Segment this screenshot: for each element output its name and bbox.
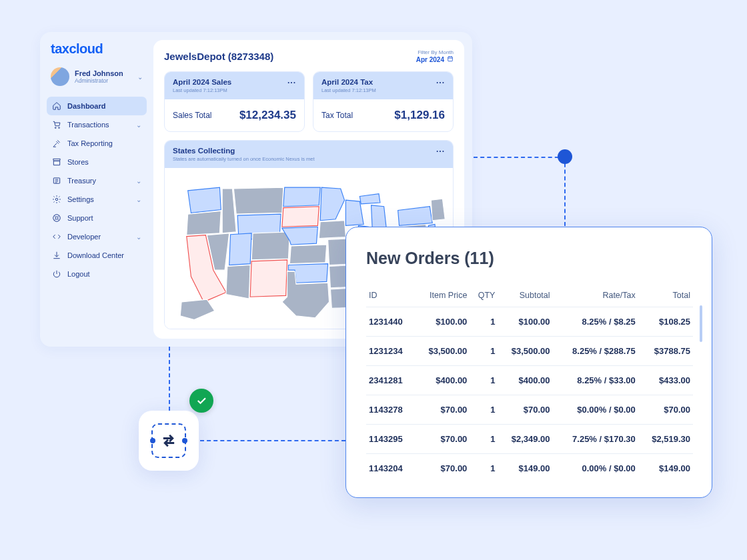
col-rate: Rate/Tax (553, 285, 638, 307)
sidebar-item-developer[interactable]: Developer ⌄ (47, 227, 147, 246)
sidebar-item-settings[interactable]: Settings ⌄ (47, 190, 147, 209)
sales-card-title: April 2024 Sales (173, 78, 231, 86)
cell-price: $70.00 (415, 454, 470, 483)
col-qty: QTY (470, 285, 498, 307)
svg-marker-19 (282, 207, 319, 227)
svg-marker-8 (187, 211, 221, 235)
cell-price: $400.00 (415, 366, 470, 395)
cell-subtotal: $70.00 (498, 395, 552, 425)
cell-subtotal: $400.00 (498, 366, 552, 395)
cell-qty: 1 (470, 454, 498, 483)
cell-subtotal: $2,349.00 (498, 425, 552, 454)
sidebar-item-support[interactable]: Support (47, 209, 147, 227)
home-icon (52, 101, 61, 111)
tax-card-title: April 2024 Tax (321, 78, 376, 86)
cell-total: $149.00 (638, 454, 693, 483)
cell-rate: 0.00% / $0.00 (553, 454, 638, 483)
cell-id: 1231440 (366, 307, 415, 337)
cell-id: 1231234 (366, 337, 415, 366)
scrollbar[interactable] (700, 305, 702, 342)
chevron-down-icon: ⌄ (136, 121, 141, 129)
tax-total-label: Tax Total (321, 111, 353, 120)
sidebar-item-stores[interactable]: Stores (47, 153, 147, 171)
orders-title: New Orders (11) (366, 249, 693, 268)
sidebar-item-label: Treasury (67, 177, 96, 185)
table-row[interactable]: 2341281$400.001$400.008.25% / $33.00$433… (366, 366, 693, 395)
map-card-sub: States are automatically turned on once … (173, 156, 315, 162)
success-check-icon (189, 389, 213, 413)
sidebar-item-label: Stores (67, 158, 89, 166)
sidebar-item-label: Logout (67, 270, 90, 278)
gear-icon (52, 195, 61, 204)
cart-icon (52, 120, 61, 129)
sync-icon (151, 423, 186, 458)
svg-marker-49 (180, 299, 215, 320)
brand-logo: taxcloud (47, 41, 147, 63)
entity-title: JewelsDepot (8273348) (164, 51, 273, 62)
svg-marker-24 (320, 187, 344, 221)
profile-menu[interactable]: Fred Johnson Administrator ⌄ (47, 63, 147, 90)
sidebar-item-label: Transactions (67, 121, 109, 129)
cell-price: $70.00 (415, 395, 470, 425)
cell-price: $70.00 (415, 425, 470, 454)
sidebar-item-treasury[interactable]: Treasury ⌄ (47, 171, 147, 190)
connector-line (564, 157, 566, 226)
table-row[interactable]: 1231234$3,500.001$3,500.008.25% / $288.7… (366, 337, 693, 366)
cell-total: $70.00 (638, 395, 693, 425)
col-id: ID (366, 285, 415, 307)
col-price: Item Price (415, 285, 470, 307)
sidebar-item-download-center[interactable]: Download Center (47, 246, 147, 265)
tax-total-value: $1,129.16 (394, 109, 445, 122)
sidebar-item-logout[interactable]: Logout (47, 265, 147, 283)
connector-line (169, 347, 170, 411)
table-row[interactable]: 1143295$70.001$2,349.007.25% / $170.30$2… (366, 425, 693, 454)
svg-marker-25 (319, 221, 345, 239)
cell-id: 1143295 (366, 425, 415, 454)
svg-marker-12 (233, 187, 283, 214)
cell-qty: 1 (470, 366, 498, 395)
sidebar-item-label: Developer (67, 233, 101, 241)
more-icon[interactable]: ··· (287, 78, 296, 87)
cell-qty: 1 (470, 307, 498, 337)
svg-marker-21 (289, 245, 326, 264)
chevron-down-icon: ⌄ (136, 196, 141, 203)
cell-rate: $0.00% / $0.00 (553, 395, 638, 425)
sidebar-item-dashboard[interactable]: Dashboard (47, 97, 147, 115)
table-row[interactable]: 1143204$70.001$149.000.00% / $0.00$149.0… (366, 454, 693, 483)
sidebar-item-label: Dashboard (67, 102, 105, 110)
sidebar-item-tax-reporting[interactable]: Tax Reporting (47, 134, 147, 153)
svg-marker-18 (283, 187, 320, 207)
sync-badge (139, 411, 199, 471)
cell-id: 1143278 (366, 395, 415, 425)
sidebar-item-transactions[interactable]: Transactions ⌄ (47, 115, 147, 134)
svg-marker-16 (226, 265, 250, 299)
svg-marker-30 (359, 194, 380, 204)
month-filter[interactable]: Filter By Month Apr 2024 (416, 49, 454, 63)
col-subtotal: Subtotal (498, 285, 552, 307)
table-row[interactable]: 1143278$70.001$70.00$0.00% / $0.00$70.00 (366, 395, 693, 425)
cell-rate: 8.25% / $8.25 (553, 307, 638, 337)
cell-total: $108.25 (638, 307, 693, 337)
cell-total: $2,519.30 (638, 425, 693, 454)
table-row[interactable]: 1231440$100.001$100.008.25% / $8.25$108.… (366, 307, 693, 337)
sidebar: taxcloud Fred Johnson Administrator ⌄ Da… (40, 32, 153, 347)
tax-card-updated: Last updated 7:12:13PM (321, 87, 376, 93)
calendar-icon (447, 55, 454, 63)
cell-rate: 8.25% / $288.75 (553, 337, 638, 366)
connector-line (474, 157, 566, 158)
svg-rect-6 (448, 57, 453, 61)
cell-qty: 1 (470, 337, 498, 366)
store-icon (52, 157, 61, 167)
new-orders-panel: New Orders (11) ID Item Price QTY Subtot… (345, 227, 712, 498)
more-icon[interactable]: ··· (436, 147, 445, 156)
sidebar-item-label: Download Center (67, 251, 124, 259)
svg-marker-14 (229, 233, 251, 265)
code-icon (52, 232, 61, 241)
gavel-icon (52, 139, 61, 148)
more-icon[interactable]: ··· (436, 78, 445, 87)
sales-total-label: Sales Total (173, 111, 211, 120)
svg-marker-48 (431, 199, 445, 220)
chevron-down-icon: ⌄ (136, 233, 141, 241)
cell-price: $3,500.00 (415, 337, 470, 366)
filter-label: Filter By Month (416, 49, 454, 55)
